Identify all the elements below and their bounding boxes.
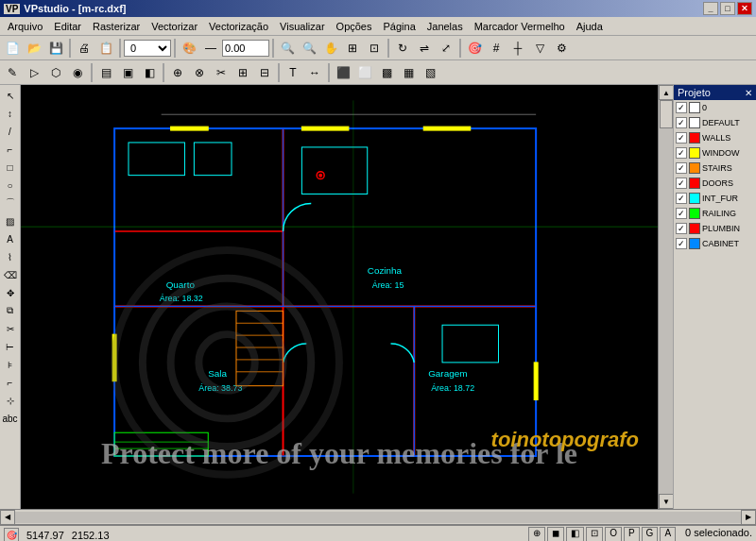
menu-vectorizar[interactable]: Vectorizar — [146, 19, 203, 34]
block2-icon[interactable]: ⬜ — [354, 62, 375, 83]
menu-arquivo[interactable]: Arquivo — [2, 19, 48, 34]
copy-tool-icon[interactable]: ⧉ — [2, 302, 19, 319]
layer-default[interactable]: ✓ DEFAULT — [674, 115, 756, 130]
maximize-button[interactable]: □ — [720, 2, 735, 15]
save-file-icon[interactable]: 💾 — [45, 38, 66, 59]
text-icon[interactable]: T — [283, 62, 303, 83]
menu-opcoes[interactable]: Opções — [331, 19, 378, 34]
snap-tool-icon[interactable]: ⊹ — [2, 392, 19, 409]
draw4-icon[interactable]: ◉ — [67, 62, 88, 83]
filter-icon[interactable]: ▽ — [529, 38, 550, 59]
menu-vectorizacao[interactable]: Vectorização — [203, 19, 274, 34]
circle-draw-icon[interactable]: ○ — [2, 177, 19, 194]
menu-visualizar[interactable]: Visualizar — [274, 19, 331, 34]
mirror-icon[interactable]: ⇌ — [414, 38, 435, 59]
modify3-icon[interactable]: ✂ — [211, 62, 232, 83]
modify5-icon[interactable]: ⊟ — [254, 62, 275, 83]
status-btn-g[interactable]: G — [642, 527, 659, 541]
scale-icon[interactable]: ⤢ — [436, 38, 456, 59]
menu-editar[interactable]: Editar — [48, 19, 87, 34]
status-btn-grid[interactable]: ◼ — [547, 527, 564, 541]
layer-check-doors[interactable]: ✓ — [676, 178, 687, 189]
layer-stairs[interactable]: ✓ STAIRS — [674, 161, 756, 176]
modify4-icon[interactable]: ⊞ — [232, 62, 253, 83]
zoom-out-icon[interactable]: 🔍 — [299, 38, 319, 59]
draw1-icon[interactable]: ✎ — [2, 62, 23, 83]
layer-doors[interactable]: ✓ DOORS — [674, 176, 756, 191]
block3-icon[interactable]: ▩ — [376, 62, 397, 83]
minimize-button[interactable]: _ — [703, 2, 718, 15]
measure-icon[interactable]: ⌇ — [2, 248, 19, 265]
raster2-icon[interactable]: ▣ — [117, 62, 138, 83]
layer-plumbing[interactable]: ✓ PLUMBIN — [674, 221, 756, 236]
close-button[interactable]: ✕ — [737, 2, 752, 15]
right-scrollbar[interactable]: ▲ ▼ — [658, 85, 673, 509]
block1-icon[interactable]: ⬛ — [333, 62, 353, 83]
menu-ajuda[interactable]: Ajuda — [571, 19, 609, 34]
layer-select[interactable]: 0 — [124, 40, 171, 57]
layer-check-cabinet[interactable]: ✓ — [676, 238, 687, 249]
new-file-icon[interactable]: 📄 — [2, 38, 23, 59]
layer-railings[interactable]: ✓ RAILING — [674, 206, 756, 221]
layer-int-fur[interactable]: ✓ INT_FUR — [674, 191, 756, 206]
raster1-icon[interactable]: ▤ — [95, 62, 116, 83]
canvas-area[interactable]: Quarto Área: 18.32 Cozinha Área: 15 Sala… — [21, 85, 658, 509]
layer-check-default[interactable]: ✓ — [676, 117, 687, 128]
modify2-icon[interactable]: ⊗ — [189, 62, 210, 83]
print-icon[interactable]: 🖨 — [74, 38, 94, 59]
arc-draw-icon[interactable]: ⌒ — [2, 194, 19, 211]
layer-check-walls[interactable]: ✓ — [676, 132, 687, 144]
text-draw-icon[interactable]: A — [2, 230, 19, 247]
status-btn-p[interactable]: P — [624, 527, 640, 541]
dim-icon[interactable]: ↔ — [304, 62, 325, 83]
move-icon[interactable]: ✥ — [2, 284, 19, 301]
polyline-icon[interactable]: ⌐ — [2, 141, 19, 158]
snap-status-icon[interactable]: 🎯 — [4, 528, 19, 541]
menu-pagina[interactable]: Página — [378, 19, 421, 34]
menu-marcador[interactable]: Marcador Vermelho — [469, 19, 571, 34]
scroll-track-vertical[interactable] — [659, 100, 673, 494]
status-btn-extra[interactable]: ⊡ — [586, 527, 603, 541]
layer-cabinet[interactable]: ✓ CABINET — [674, 236, 756, 251]
layer-check-railings[interactable]: ✓ — [676, 208, 687, 219]
copy-icon[interactable]: 📋 — [95, 38, 116, 59]
status-btn-filter[interactable]: ◧ — [566, 527, 584, 541]
fillet-icon[interactable]: ⌐ — [2, 374, 19, 391]
zoom-window-icon[interactable]: ⊡ — [364, 38, 385, 59]
scroll-up-button[interactable]: ▲ — [659, 85, 674, 100]
extend-icon[interactable]: ⊢ — [2, 338, 19, 355]
color-icon[interactable]: 🎨 — [179, 38, 199, 59]
menu-rasterizar[interactable]: Rasterizar — [87, 19, 146, 34]
open-file-icon[interactable]: 📂 — [24, 38, 44, 59]
offset-icon[interactable]: ⊧ — [2, 356, 19, 373]
scroll-thumb-vertical[interactable] — [660, 100, 673, 128]
trim-icon[interactable]: ✂ — [2, 320, 19, 337]
raster3-icon[interactable]: ◧ — [139, 62, 160, 83]
snap-icon[interactable]: 🎯 — [464, 38, 485, 59]
scroll-down-button[interactable]: ▼ — [659, 494, 674, 509]
draw3-icon[interactable]: ⬡ — [45, 62, 66, 83]
zoom-all-icon[interactable]: ⊞ — [342, 38, 363, 59]
layer-check-windows[interactable]: ✓ — [676, 147, 687, 159]
layer-windows[interactable]: ✓ WINDOW — [674, 145, 756, 161]
pointer-icon[interactable]: ↕ — [2, 105, 19, 122]
label-icon[interactable]: abc — [2, 410, 19, 427]
status-btn-snap[interactable]: ⊕ — [528, 527, 545, 541]
bottom-scrollbar[interactable]: ◀ ▶ — [0, 509, 756, 524]
hatch-icon[interactable]: ▨ — [2, 212, 19, 229]
layer-check-int-fur[interactable]: ✓ — [676, 193, 687, 204]
line-draw-icon[interactable]: / — [2, 123, 19, 140]
menu-janelas[interactable]: Janelas — [421, 19, 469, 34]
grid-icon[interactable]: # — [486, 38, 507, 59]
pan-icon[interactable]: ✋ — [320, 38, 341, 59]
layer-check-plumbing[interactable]: ✓ — [676, 223, 687, 234]
rotate-icon[interactable]: ↻ — [392, 38, 413, 59]
scroll-right-button[interactable]: ▶ — [741, 510, 756, 525]
ortho-icon[interactable]: ┼ — [507, 38, 528, 59]
block5-icon[interactable]: ▧ — [420, 62, 440, 83]
line-width-input[interactable] — [222, 40, 269, 57]
scroll-track-horizontal[interactable] — [15, 512, 741, 523]
zoom-in-icon[interactable]: 🔍 — [277, 38, 298, 59]
eraser-icon[interactable]: ⌫ — [2, 266, 19, 283]
rect-draw-icon[interactable]: □ — [2, 159, 19, 176]
